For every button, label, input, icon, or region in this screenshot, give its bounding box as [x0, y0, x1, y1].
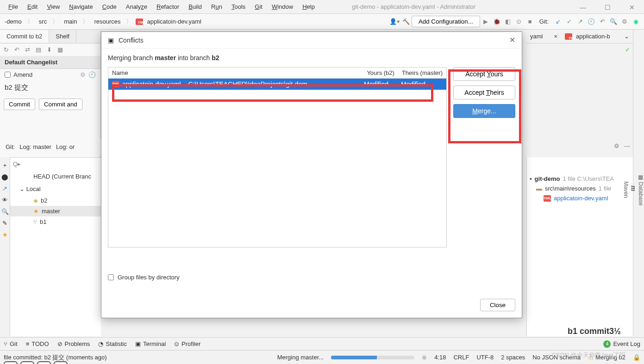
- commit-and-button[interactable]: Commit and: [39, 99, 82, 110]
- tab-profiler[interactable]: ⊙ Profiler: [174, 340, 200, 347]
- crumb-file[interactable]: applicatoin-dev.yaml: [145, 17, 203, 26]
- status-crlf[interactable]: CRLF: [453, 354, 469, 361]
- branch-master[interactable]: ★master: [10, 206, 101, 216]
- col-yours[interactable]: Yours (b2): [363, 68, 398, 78]
- group-checkbox[interactable]: [108, 274, 114, 280]
- menu-code[interactable]: Code: [98, 1, 121, 12]
- branch-b1[interactable]: ⑂b1: [10, 216, 101, 227]
- settings-icon[interactable]: ⚙: [619, 18, 630, 25]
- tab-problems[interactable]: ⊘ Problems: [57, 340, 90, 347]
- coverage-icon[interactable]: ◧: [502, 18, 513, 25]
- editor-tabs-right: yaml × YML application-b ⌄: [526, 30, 633, 43]
- rollback-icon[interactable]: ↶: [14, 46, 19, 53]
- menu-analyze[interactable]: Analyze: [121, 1, 152, 12]
- gear-icon[interactable]: ⚙: [80, 71, 86, 78]
- col-theirs[interactable]: Theirs (master): [398, 68, 446, 78]
- menu-tools[interactable]: Tools: [227, 1, 250, 12]
- accept-yours-button[interactable]: Accept Yours: [453, 67, 515, 81]
- status-indent[interactable]: 2 spaces: [501, 354, 525, 361]
- star-icon[interactable]: ★: [2, 231, 8, 238]
- col-name[interactable]: Name: [108, 68, 363, 78]
- close-button[interactable]: Close: [480, 299, 515, 311]
- git-history-icon[interactable]: 🕘: [586, 18, 597, 25]
- default-changelist-header[interactable]: Default Changelist: [0, 56, 100, 69]
- menu-run[interactable]: Run: [206, 1, 227, 12]
- changelist-icon[interactable]: ▤: [36, 46, 41, 53]
- database-tab[interactable]: ▦ Database: [638, 43, 644, 336]
- cancel-progress-icon[interactable]: ⊗: [422, 354, 427, 361]
- git-update-icon[interactable]: ↙: [552, 18, 563, 25]
- arrow-icon[interactable]: ↗: [2, 185, 7, 192]
- search-icon[interactable]: 🔍: [608, 18, 619, 25]
- dialog-close-icon[interactable]: ✕: [509, 36, 515, 44]
- tab-log-master[interactable]: Log: master: [19, 143, 51, 150]
- gear-icon[interactable]: ⚙: [614, 142, 619, 149]
- edit-icon[interactable]: ✎: [2, 220, 7, 227]
- yaml-icon: YML: [136, 19, 143, 25]
- commit-button[interactable]: Commit: [4, 99, 35, 110]
- toolbar: -demo〉 src〉 main〉 resources〉 YML applica…: [0, 14, 644, 30]
- tab-todo[interactable]: ≡ TODO: [26, 340, 49, 347]
- local-label[interactable]: ⌄ Local: [10, 183, 101, 195]
- menu-window[interactable]: Window: [267, 1, 298, 12]
- git-rollback-icon[interactable]: ↶: [597, 18, 608, 25]
- close-icon[interactable]: ✕: [625, 2, 639, 13]
- crumb-demo[interactable]: -demo: [3, 17, 24, 26]
- refresh-icon[interactable]: ↻: [4, 46, 9, 53]
- crumb-resources[interactable]: resources: [92, 17, 122, 26]
- eye-icon[interactable]: 👁: [2, 197, 8, 204]
- menu-help[interactable]: Help: [298, 1, 319, 12]
- crumb-main[interactable]: main: [62, 17, 79, 26]
- hammer-icon[interactable]: 🔨: [400, 18, 412, 25]
- accept-theirs-button[interactable]: Accept Theirs: [453, 86, 515, 99]
- add-icon[interactable]: +: [3, 162, 7, 169]
- menu-view[interactable]: View: [42, 1, 64, 12]
- cherry-icon[interactable]: ⬤: [1, 173, 8, 180]
- branch-b2[interactable]: ◈b2: [10, 195, 101, 206]
- lock-icon[interactable]: 🔒: [633, 354, 640, 361]
- menu-navigate[interactable]: Navigate: [64, 1, 97, 12]
- status-encoding[interactable]: UTF-8: [476, 354, 494, 361]
- tab-application[interactable]: application-b: [572, 31, 614, 42]
- maximize-icon[interactable]: ☐: [600, 2, 615, 13]
- head-label[interactable]: HEAD (Current Branc: [10, 170, 101, 183]
- stop-icon[interactable]: ■: [525, 18, 536, 25]
- tab-statistic[interactable]: ◔ Statistic: [98, 340, 127, 347]
- minimize-icon[interactable]: —: [575, 2, 591, 13]
- profile-icon[interactable]: ⊙: [513, 18, 525, 25]
- crumb-src[interactable]: src: [37, 17, 49, 26]
- tab-yaml[interactable]: yaml: [526, 31, 546, 42]
- tab-event-log[interactable]: 4 Event Log: [603, 340, 640, 348]
- tab-commit[interactable]: Commit to b2: [0, 30, 49, 43]
- maven-tab[interactable]: Maven: [623, 43, 629, 336]
- tab-git[interactable]: ⑂ Git: [4, 340, 18, 347]
- menu-edit[interactable]: Edit: [23, 1, 42, 12]
- tab-log-other[interactable]: Log: or: [56, 143, 75, 150]
- amend-checkbox[interactable]: [5, 72, 11, 78]
- add-configuration-button[interactable]: Add Configuration...: [412, 16, 480, 27]
- debug-icon[interactable]: 🐞: [491, 18, 502, 25]
- tab-terminal[interactable]: ▣ Terminal: [135, 340, 166, 347]
- menu-build[interactable]: Build: [184, 1, 206, 12]
- file-link[interactable]: applicatoin-dev.yaml: [554, 195, 608, 202]
- git-commit-icon[interactable]: ✓: [563, 18, 575, 25]
- run-icon[interactable]: ▶: [480, 18, 491, 25]
- menu-file[interactable]: FFileile: [4, 1, 23, 12]
- menu-git[interactable]: Git: [250, 1, 267, 12]
- merge-button[interactable]: Merge...: [453, 104, 515, 118]
- menu-refactor[interactable]: Refactor: [152, 1, 184, 12]
- history-icon[interactable]: 🕘: [88, 71, 96, 78]
- search2-icon[interactable]: 🔍: [1, 208, 9, 215]
- group-icon[interactable]: ▦: [57, 46, 63, 53]
- git-push-icon[interactable]: ↗: [575, 18, 586, 25]
- status-position[interactable]: 4:18: [434, 354, 446, 361]
- jetbrains-icon[interactable]: ◉: [630, 18, 641, 25]
- shelve-icon[interactable]: ⬇: [47, 46, 52, 53]
- user-icon[interactable]: 👤▾: [389, 18, 400, 25]
- diff-icon[interactable]: ⇄: [25, 46, 30, 53]
- filter-icon[interactable]: Q▸: [13, 160, 21, 167]
- commit-text: b1 commit3½: [568, 327, 621, 336]
- tab-shelf[interactable]: Shelf: [49, 30, 76, 43]
- conflict-row[interactable]: YML applicatoin-dev.yaml C:\Users\TEACHE…: [108, 79, 446, 90]
- right-sidebar: ▦ Database m Maven: [633, 30, 644, 336]
